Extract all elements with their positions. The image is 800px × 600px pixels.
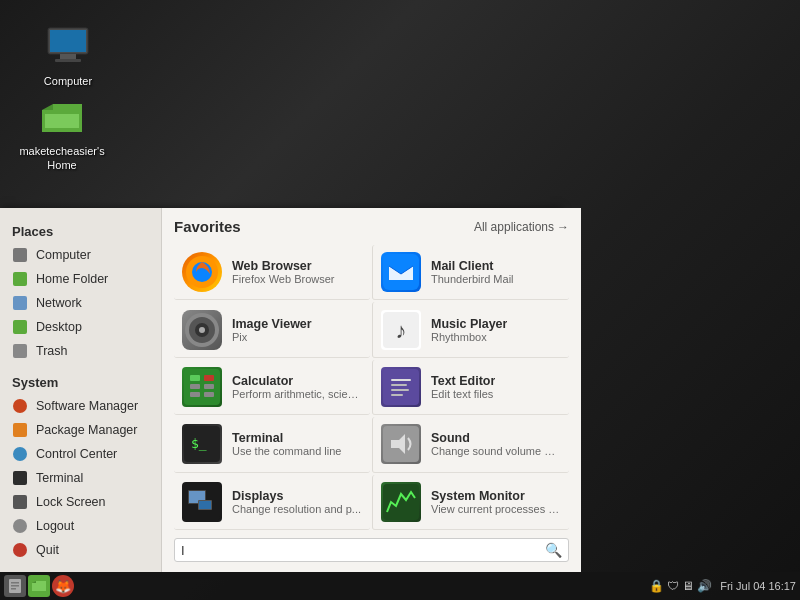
- svg-rect-17: [190, 384, 200, 389]
- sidebar-item-package-manager[interactable]: Package Manager: [0, 418, 161, 442]
- taskbar-left: 🦊: [4, 575, 74, 597]
- image-viewer-info: Image Viewer Pix: [232, 317, 312, 343]
- web-browser-desc: Firefox Web Browser: [232, 273, 335, 285]
- app-item-system-monitor[interactable]: System Monitor View current processes a.…: [372, 475, 569, 530]
- sidebar-item-computer[interactable]: Computer: [0, 243, 161, 267]
- sidebar-lockscreen-label: Lock Screen: [36, 495, 105, 509]
- arrow-right-icon: →: [557, 220, 569, 234]
- software-manager-icon: [12, 398, 28, 414]
- trash-sidebar-icon: [12, 343, 28, 359]
- svg-rect-3: [55, 59, 81, 62]
- sidebar-item-control-center[interactable]: Control Center: [0, 442, 161, 466]
- app-item-mail-client[interactable]: Mail Client Thunderbird Mail: [372, 245, 569, 300]
- shield-tray-icon: 🛡: [667, 579, 679, 593]
- system-monitor-name: System Monitor: [431, 489, 561, 503]
- svg-rect-38: [11, 585, 19, 587]
- search-icon[interactable]: 🔍: [545, 542, 562, 558]
- sidebar-software-label: Software Manager: [36, 399, 138, 413]
- app-item-web-browser[interactable]: Web Browser Firefox Web Browser: [174, 245, 370, 300]
- svg-point-11: [199, 327, 205, 333]
- systray: 🔒 🛡 🖥 🔊: [649, 579, 712, 593]
- svg-rect-4: [45, 114, 79, 128]
- app-item-displays[interactable]: Displays Change resolution and p...: [174, 475, 370, 530]
- desktop-icon-home[interactable]: maketecheasier's Home: [22, 88, 102, 177]
- lock-screen-icon: [12, 494, 28, 510]
- taskbar-icon-folder[interactable]: [28, 575, 50, 597]
- web-browser-info: Web Browser Firefox Web Browser: [232, 259, 335, 285]
- sidebar-item-terminal[interactable]: Terminal: [0, 466, 161, 490]
- app-grid: Web Browser Firefox Web Browser Mail Cli…: [174, 245, 569, 530]
- home-folder-label: maketecheasier's Home: [19, 144, 104, 173]
- displays-desc: Change resolution and p...: [232, 503, 361, 515]
- terminal-app-info: Terminal Use the command line: [232, 431, 341, 457]
- main-area: Favorites All applications →: [162, 208, 581, 572]
- desktop-tray-icon: 🖥: [682, 579, 694, 593]
- app-item-music-player[interactable]: ♪ Music Player Rhythmbox: [372, 302, 569, 357]
- calculator-icon: [182, 367, 222, 407]
- taskbar: 🦊 🔒 🛡 🖥 🔊 Fri Jul 04 16:17: [0, 572, 800, 600]
- sidebar-item-desktop[interactable]: Desktop: [0, 315, 161, 339]
- music-player-name: Music Player: [431, 317, 507, 331]
- displays-name: Displays: [232, 489, 361, 503]
- sidebar: Places Computer Home Folder Network: [0, 208, 162, 572]
- search-input[interactable]: [181, 543, 545, 558]
- displays-info: Displays Change resolution and p...: [232, 489, 361, 515]
- mail-client-desc: Thunderbird Mail: [431, 273, 514, 285]
- music-player-info: Music Player Rhythmbox: [431, 317, 507, 343]
- taskbar-right: 🔒 🛡 🖥 🔊 Fri Jul 04 16:17: [649, 579, 796, 593]
- computer-icon: [44, 22, 92, 70]
- svg-text:♪: ♪: [396, 318, 407, 343]
- app-item-sound[interactable]: Sound Change sound volume an...: [372, 417, 569, 472]
- svg-rect-21: [383, 369, 419, 405]
- control-center-icon: [12, 446, 28, 462]
- network-sidebar-icon: [12, 295, 28, 311]
- app-item-terminal-app[interactable]: $_ Terminal Use the command line: [174, 417, 370, 472]
- svg-rect-7: [383, 254, 419, 290]
- desktop-icon-computer[interactable]: Computer: [28, 18, 108, 92]
- sidebar-computer-label: Computer: [36, 248, 91, 262]
- sidebar-item-home[interactable]: Home Folder: [0, 267, 161, 291]
- sidebar-item-network[interactable]: Network: [0, 291, 161, 315]
- text-editor-icon: [381, 367, 421, 407]
- system-monitor-info: System Monitor View current processes a.…: [431, 489, 561, 515]
- sidebar-desktop-label: Desktop: [36, 320, 82, 334]
- system-title: System: [0, 369, 161, 394]
- sidebar-network-label: Network: [36, 296, 82, 310]
- computer-sidebar-icon: [12, 247, 28, 263]
- desktop: Computer maketecheasier's Home Places Co…: [0, 0, 800, 600]
- system-monitor-desc: View current processes a...: [431, 503, 561, 515]
- sidebar-item-logout[interactable]: Logout: [0, 514, 161, 538]
- mail-client-name: Mail Client: [431, 259, 514, 273]
- svg-rect-20: [204, 392, 214, 397]
- quit-icon: [12, 542, 28, 558]
- app-item-text-editor[interactable]: Text Editor Edit text files: [372, 360, 569, 415]
- places-title: Places: [0, 218, 161, 243]
- taskbar-icon-firefox[interactable]: 🦊: [52, 575, 74, 597]
- logout-icon: [12, 518, 28, 534]
- app-item-calculator[interactable]: Calculator Perform arithmetic, scient...: [174, 360, 370, 415]
- svg-rect-16: [204, 375, 214, 381]
- sidebar-item-software-manager[interactable]: Software Manager: [0, 394, 161, 418]
- svg-rect-35: [383, 484, 419, 520]
- firefox-icon: [182, 252, 222, 292]
- terminal-app-name: Terminal: [232, 431, 341, 445]
- svg-rect-25: [391, 394, 403, 396]
- all-apps-link[interactable]: All applications →: [474, 220, 569, 234]
- home-sidebar-icon: [12, 271, 28, 287]
- taskbar-icon-files[interactable]: [4, 575, 26, 597]
- search-bar: 🔍: [174, 538, 569, 562]
- sidebar-control-label: Control Center: [36, 447, 117, 461]
- sound-icon: [381, 424, 421, 464]
- sidebar-item-quit[interactable]: Quit: [0, 538, 161, 562]
- sidebar-quit-label: Quit: [36, 543, 59, 557]
- favorites-title: Favorites: [174, 218, 241, 235]
- sidebar-item-lock-screen[interactable]: Lock Screen: [0, 490, 161, 514]
- app-item-image-viewer[interactable]: Image Viewer Pix: [174, 302, 370, 357]
- image-viewer-desc: Pix: [232, 331, 312, 343]
- web-browser-name: Web Browser: [232, 259, 335, 273]
- music-player-desc: Rhythmbox: [431, 331, 507, 343]
- sidebar-item-trash[interactable]: Trash: [0, 339, 161, 363]
- calculator-desc: Perform arithmetic, scient...: [232, 388, 362, 400]
- sidebar-logout-label: Logout: [36, 519, 74, 533]
- thunderbird-icon: [381, 252, 421, 292]
